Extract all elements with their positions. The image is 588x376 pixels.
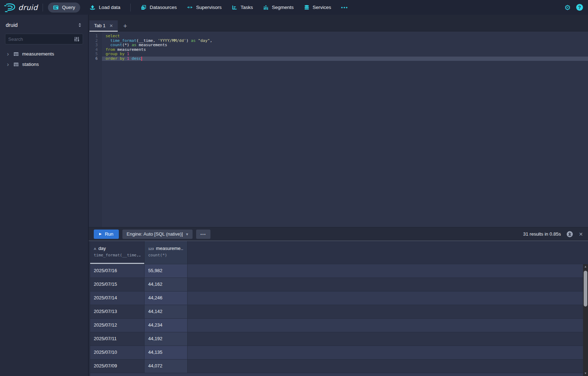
code-line[interactable]: time_format(__time, 'YYYY/MM/dd') as "da… — [106, 39, 588, 43]
table-cell[interactable]: 2025/07/10 — [90, 346, 145, 359]
nav-item-supervisors[interactable]: Supervisors — [186, 3, 222, 12]
search-input[interactable] — [8, 37, 74, 42]
results-panel: A day time_format(__time,… 123 measureme… — [89, 241, 588, 376]
help-icon[interactable]: ? — [576, 4, 583, 11]
top-nav: druid Query Load data — [0, 0, 588, 15]
nav-more-button[interactable]: ••• — [340, 3, 349, 12]
table-row: 2025/07/1444,246 — [90, 291, 583, 305]
filter-sliders-icon[interactable] — [74, 36, 80, 42]
more-icon: ••• — [200, 232, 206, 236]
line-number: 5 — [89, 52, 98, 57]
bar-chart-icon — [263, 5, 269, 10]
table-cell[interactable]: 2025/07/12 — [90, 319, 145, 332]
druid-console: druid Query Load data — [0, 0, 588, 376]
nav-item-label: Services — [313, 5, 331, 10]
gantt-icon — [232, 5, 237, 10]
database-icon — [304, 5, 310, 10]
nav-item-tasks[interactable]: Tasks — [231, 3, 254, 12]
run-bar: ▶ Run Engine: Auto [SQL (native)] ▾ ••• … — [89, 227, 588, 241]
schema-selector[interactable]: druid — [5, 19, 83, 34]
run-button[interactable]: ▶ Run — [94, 230, 119, 239]
row-filler — [188, 278, 583, 291]
table-cell[interactable]: 2025/07/16 — [90, 264, 145, 278]
tree-item-label: measurements — [22, 51, 54, 57]
code-line[interactable]: count(*) as measurements — [106, 43, 588, 48]
table-cell[interactable]: 44,246 — [145, 291, 188, 305]
table-cell[interactable]: 2025/07/11 — [90, 332, 145, 346]
run-button-label: Run — [105, 231, 113, 237]
scroll-down-icon[interactable]: ▼ — [584, 371, 587, 376]
table-icon — [13, 51, 19, 57]
table-cell[interactable]: 55,982 — [145, 264, 188, 278]
table-cell[interactable]: 2025/07/13 — [90, 305, 145, 318]
table-row: 2025/07/1655,982 — [90, 264, 583, 278]
upload-icon — [89, 4, 96, 10]
close-icon[interactable]: ✕ — [110, 23, 113, 28]
table-row: 2025/07/1344,142 — [90, 305, 583, 319]
table-cell[interactable]: 44,192 — [145, 332, 188, 346]
table-cell[interactable]: 2025/07/09 — [90, 360, 145, 373]
table-row: 2025/07/1044,135 — [90, 346, 583, 360]
schema-sidebar: druid › — [0, 15, 89, 376]
chevron-right-icon[interactable]: › — [6, 63, 10, 66]
table-cell[interactable]: 44,162 — [145, 278, 188, 291]
nav-item-query[interactable]: Query — [48, 3, 80, 13]
nav-item-services[interactable]: Services — [303, 3, 332, 12]
run-more-button[interactable]: ••• — [196, 230, 210, 239]
code-line[interactable]: from measurements — [106, 48, 588, 52]
content: druid › — [0, 15, 588, 376]
chevron-right-icon[interactable]: › — [6, 52, 10, 56]
table-cell[interactable]: 44,072 — [145, 360, 188, 373]
caret-down-icon: ▾ — [186, 232, 188, 236]
table-row: 2025/07/1244,234 — [90, 319, 583, 332]
druid-logo-icon — [4, 3, 16, 12]
brand[interactable]: druid — [4, 3, 38, 12]
table-cell[interactable]: 44,142 — [145, 305, 188, 318]
number-type-icon: 123 — [148, 247, 154, 251]
table-icon — [13, 62, 19, 67]
nav-item-datasources[interactable]: Datasources — [140, 3, 178, 12]
nav-item-load-data[interactable]: Load data — [89, 3, 121, 12]
nav-item-label: Query — [62, 5, 75, 10]
text-cursor — [141, 57, 142, 61]
results-header: A day time_format(__time,… 123 measureme… — [90, 241, 588, 264]
table-cell[interactable]: 2025/07/14 — [90, 291, 145, 305]
string-type-icon: A — [94, 247, 96, 251]
line-number: 6 — [89, 57, 98, 61]
tree-item-measurements[interactable]: › measurements — [5, 49, 83, 59]
result-status: 31 results in 0.85s — [523, 231, 561, 237]
scroll-up-icon[interactable]: ▲ — [584, 264, 587, 269]
column-header-day[interactable]: A day time_format(__time,… — [90, 241, 145, 264]
sql-editor[interactable]: 123456 select time_format(__time, 'YYYY/… — [89, 32, 588, 227]
results-scrollbar: ▲ ▼ — [583, 264, 588, 376]
table-cell[interactable]: 2025/07/15 — [90, 278, 145, 291]
table-row-partial — [90, 373, 583, 376]
editor-code-area[interactable]: select time_format(__time, 'YYYY/MM/dd')… — [102, 32, 588, 227]
editor-gutter: 123456 — [89, 32, 102, 227]
run-bar-right: 31 results in 0.85s ✕ — [523, 231, 584, 237]
scrollbar-thumb[interactable] — [584, 271, 587, 307]
column-name: day — [98, 246, 106, 251]
close-results-icon[interactable]: ✕ — [579, 231, 583, 237]
download-icon[interactable] — [567, 231, 573, 237]
column-header-measurements[interactable]: 123 measureme... count(*) — [145, 241, 188, 264]
nav-item-segments[interactable]: Segments — [262, 3, 295, 12]
table-cell[interactable]: 44,234 — [145, 319, 188, 332]
tree-item-stations[interactable]: › stations — [5, 59, 83, 69]
tab-1[interactable]: Tab 1 ✕ — [89, 20, 118, 32]
new-tab-button[interactable]: + — [118, 20, 133, 32]
tab-bar: Tab 1 ✕ + — [89, 15, 588, 32]
row-filler — [188, 332, 583, 346]
code-line[interactable]: order by 1 desc — [106, 57, 588, 61]
engine-select-button[interactable]: Engine: Auto [SQL (native)] ▾ — [122, 230, 193, 239]
nav-divider — [43, 4, 43, 11]
nav-item-label: Load data — [99, 5, 120, 10]
nav-item-label: Tasks — [240, 5, 253, 10]
column-name: measureme... — [156, 246, 184, 251]
nav-item-label: Datasources — [150, 5, 177, 10]
gear-icon[interactable]: ⚙ — [564, 4, 571, 11]
double-caret-icon — [77, 22, 82, 28]
table-cell[interactable]: 44,135 — [145, 346, 188, 359]
code-line[interactable]: group by 1 — [106, 52, 588, 57]
query-workbench: Tab 1 ✕ + 123456 select time_format(__ti… — [89, 15, 588, 376]
